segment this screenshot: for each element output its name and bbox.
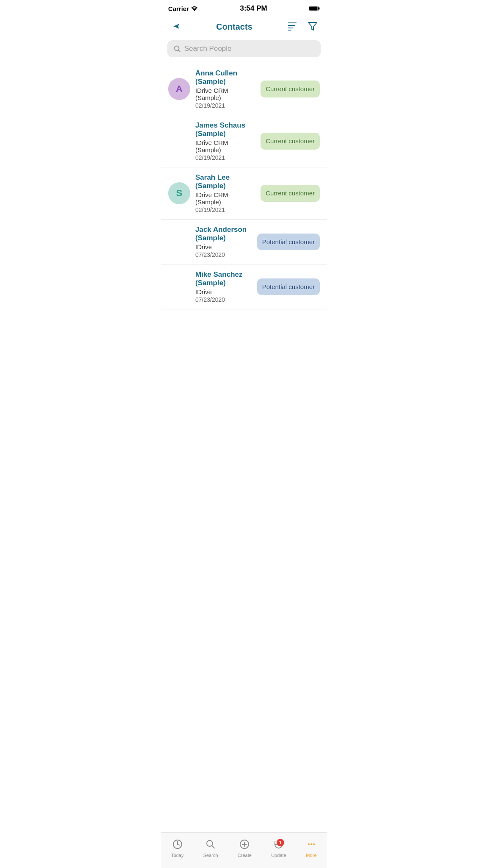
contact-name: Mike Sanchez (Sample) [195, 270, 252, 287]
svg-rect-3 [310, 7, 317, 11]
header-actions [285, 19, 320, 35]
contact-info: Anna Cullen (Sample) IDrive CRM (Sample)… [195, 69, 255, 109]
status-time: 3:54 PM [240, 4, 267, 13]
search-container [161, 40, 327, 63]
battery-icon [309, 6, 320, 11]
svg-point-8 [175, 46, 179, 51]
list-item[interactable]: S Sarah Lee (Sample) IDrive CRM (Sample)… [161, 167, 327, 220]
filter-icon [307, 21, 318, 32]
contact-date: 07/23/2020 [195, 251, 252, 258]
contact-date: 02/19/2021 [195, 102, 255, 109]
contact-name: Jack Anderson (Sample) [195, 225, 252, 242]
avatar: A [168, 78, 190, 100]
avatar: S [168, 182, 190, 204]
contact-date: 02/19/2021 [195, 154, 255, 161]
contact-info: Mike Sanchez (Sample) IDrive 07/23/2020 [195, 270, 252, 303]
contact-company: IDrive CRM (Sample) [195, 139, 255, 153]
search-bar [167, 40, 321, 57]
search-magnifier-icon [173, 45, 181, 53]
list-item[interactable]: Jack Anderson (Sample) IDrive 07/23/2020… [161, 220, 327, 264]
list-item[interactable]: A Anna Cullen (Sample) IDrive CRM (Sampl… [161, 63, 327, 115]
contact-date: 02/19/2021 [195, 206, 255, 213]
svg-rect-2 [319, 8, 320, 10]
avatar [168, 130, 190, 152]
list-item[interactable]: Mike Sanchez (Sample) IDrive 07/23/2020 … [161, 264, 327, 309]
contact-company: IDrive [195, 288, 252, 295]
page-title: Contacts [216, 22, 252, 32]
back-button[interactable] [168, 19, 183, 35]
contact-name: Anna Cullen (Sample) [195, 69, 255, 86]
sort-button[interactable] [285, 19, 299, 35]
status-badge: Current customer [261, 81, 320, 97]
status-badge: Potential customer [257, 234, 320, 250]
list-item[interactable]: James Schaus (Sample) IDrive CRM (Sample… [161, 115, 327, 167]
contact-company: IDrive [195, 243, 252, 250]
contact-info: Jack Anderson (Sample) IDrive 07/23/2020 [195, 225, 252, 258]
contact-date: 07/23/2020 [195, 296, 252, 303]
avatar [168, 231, 190, 253]
contact-info: James Schaus (Sample) IDrive CRM (Sample… [195, 121, 255, 161]
contact-list: A Anna Cullen (Sample) IDrive CRM (Sampl… [161, 63, 327, 309]
status-right [309, 6, 320, 11]
header: Contacts [161, 15, 327, 40]
filter-button[interactable] [305, 19, 320, 35]
contact-company: IDrive CRM (Sample) [195, 191, 255, 206]
svg-point-0 [194, 10, 195, 11]
contact-name: James Schaus (Sample) [195, 121, 255, 138]
status-badge: Current customer [261, 133, 320, 150]
search-input[interactable] [184, 45, 315, 53]
contact-name: Sarah Lee (Sample) [195, 173, 255, 190]
svg-line-9 [179, 50, 180, 52]
contact-info: Sarah Lee (Sample) IDrive CRM (Sample) 0… [195, 173, 255, 213]
wifi-icon [191, 6, 198, 11]
back-icon [170, 20, 182, 32]
status-badge: Potential customer [257, 278, 320, 295]
status-badge: Current customer [261, 185, 320, 202]
status-bar: Carrier 3:54 PM [161, 0, 327, 15]
avatar [168, 276, 190, 298]
sort-icon [287, 21, 298, 32]
status-carrier: Carrier [168, 5, 198, 12]
contact-company: IDrive CRM (Sample) [195, 87, 255, 101]
